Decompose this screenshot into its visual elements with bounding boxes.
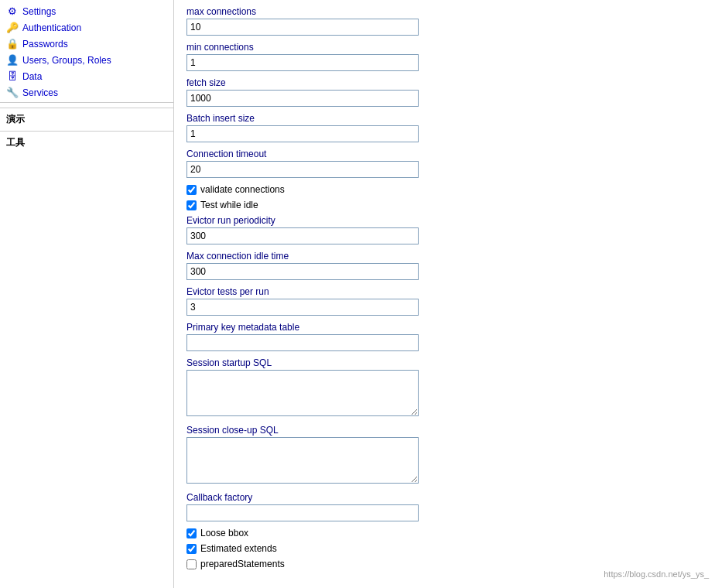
max-connection-idle-time-input[interactable] — [186, 263, 419, 280]
min-connections-input[interactable] — [186, 54, 419, 71]
max-connections-group: max connections — [186, 6, 703, 36]
callback-factory-input[interactable] — [186, 504, 419, 521]
min-connections-label: min connections — [186, 42, 703, 53]
callback-factory-group: Callback factory — [186, 492, 703, 521]
estimated-extends-label: Estimated extends — [200, 543, 277, 554]
authentication-icon: 🔑 — [6, 22, 19, 33]
passwords-icon: 🔒 — [6, 38, 19, 50]
test-while-idle-label: Test while idle — [200, 200, 258, 210]
session-closeup-sql-textarea[interactable] — [186, 437, 419, 484]
demo-section[interactable]: 演示 — [0, 108, 173, 128]
prepared-statements-row: preparedStatements — [186, 559, 703, 569]
sidebar-item-passwords[interactable]: 🔒 Passwords — [0, 36, 173, 52]
callback-factory-label: Callback factory — [186, 492, 703, 503]
session-startup-sql-group: Session startup SQL — [186, 357, 703, 419]
services-icon: 🔧 — [6, 87, 19, 98]
session-closeup-sql-group: Session close-up SQL — [186, 425, 703, 486]
sidebar-item-label: Users, Groups, Roles — [22, 55, 111, 66]
loose-bbox-checkbox[interactable] — [186, 528, 197, 538]
sidebar-item-services[interactable]: 🔧 Services — [0, 84, 173, 101]
main-content: max connections min connections fetch si… — [174, 0, 715, 588]
max-connection-idle-time-group: Max connection idle time — [186, 251, 703, 280]
connection-timeout-input[interactable] — [186, 161, 419, 178]
settings-icon: ⚙ — [6, 5, 19, 17]
fetch-size-input[interactable] — [186, 90, 419, 107]
evictor-tests-per-run-group: Evictor tests per run — [186, 286, 703, 316]
min-connections-group: min connections — [186, 42, 703, 71]
sidebar-item-label: Services — [22, 87, 58, 98]
sidebar-item-label: Settings — [22, 6, 56, 17]
evictor-run-periodicity-label: Evictor run periodicity — [186, 215, 703, 226]
estimated-extends-row: Estimated extends — [186, 543, 703, 554]
fetch-size-group: fetch size — [186, 77, 703, 107]
sidebar-item-users-groups-roles[interactable]: 👤 Users, Groups, Roles — [0, 52, 173, 68]
validate-connections-checkbox[interactable] — [186, 185, 197, 195]
tools-section[interactable]: 工具 — [0, 131, 173, 151]
batch-insert-size-input[interactable] — [186, 125, 419, 142]
primary-key-metadata-table-group: Primary key metadata table — [186, 322, 703, 351]
evictor-tests-per-run-label: Evictor tests per run — [186, 286, 703, 297]
sidebar-item-authentication[interactable]: 🔑 Authentication — [0, 19, 173, 36]
session-startup-sql-label: Session startup SQL — [186, 357, 703, 368]
connection-timeout-group: Connection timeout — [186, 149, 703, 178]
max-connections-label: max connections — [186, 6, 703, 17]
test-while-idle-checkbox[interactable] — [186, 200, 197, 210]
evictor-run-periodicity-group: Evictor run periodicity — [186, 215, 703, 244]
connection-timeout-label: Connection timeout — [186, 149, 703, 159]
users-icon: 👤 — [6, 54, 19, 66]
estimated-extends-checkbox[interactable] — [186, 544, 197, 554]
sidebar-item-data[interactable]: 🗄 Data — [0, 68, 173, 84]
evictor-tests-per-run-input[interactable] — [186, 299, 419, 316]
test-while-idle-row: Test while idle — [186, 200, 703, 210]
session-closeup-sql-label: Session close-up SQL — [186, 425, 703, 436]
prepared-statements-label: preparedStatements — [200, 559, 285, 569]
session-startup-sql-textarea[interactable] — [186, 370, 419, 416]
batch-insert-size-label: Batch insert size — [186, 113, 703, 124]
watermark: https://blog.csdn.net/ys_ys_ — [604, 569, 709, 579]
loose-bbox-label: Loose bbox — [200, 528, 248, 538]
evictor-run-periodicity-input[interactable] — [186, 227, 419, 244]
sidebar-item-label: Passwords — [22, 39, 68, 50]
loose-bbox-row: Loose bbox — [186, 528, 703, 538]
validate-connections-label: validate connections — [200, 184, 285, 195]
primary-key-metadata-table-input[interactable] — [186, 334, 419, 351]
data-icon: 🗄 — [6, 70, 19, 82]
sidebar-item-label: Authentication — [22, 22, 81, 33]
fetch-size-label: fetch size — [186, 77, 703, 88]
primary-key-metadata-table-label: Primary key metadata table — [186, 322, 703, 333]
validate-connections-row: validate connections — [186, 184, 703, 195]
prepared-statements-checkbox[interactable] — [186, 559, 197, 569]
batch-insert-size-group: Batch insert size — [186, 113, 703, 142]
max-connection-idle-time-label: Max connection idle time — [186, 251, 703, 262]
sidebar-item-label: Data — [22, 71, 42, 82]
sidebar: ⚙ Settings 🔑 Authentication 🔒 Passwords … — [0, 0, 174, 588]
max-connections-input[interactable] — [186, 19, 419, 36]
sidebar-item-settings[interactable]: ⚙ Settings — [0, 3, 173, 19]
